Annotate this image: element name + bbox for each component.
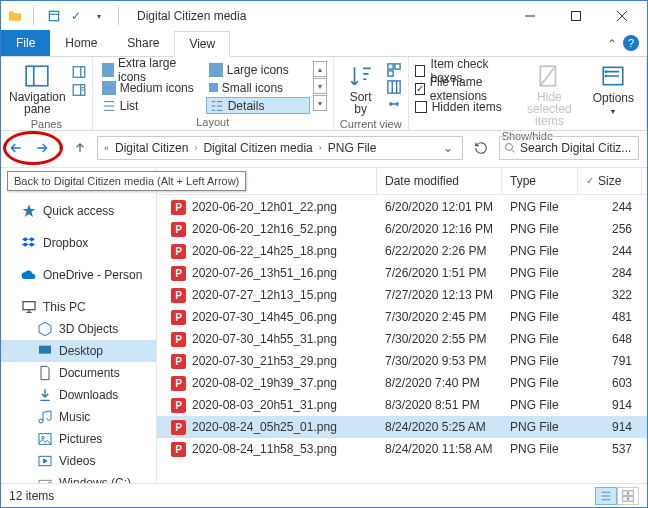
svg-rect-3: [73, 67, 85, 78]
sidebar-3d[interactable]: 3D Objects: [1, 318, 156, 340]
address-dropdown[interactable]: ⌄: [438, 141, 458, 155]
sidebar-onedrive[interactable]: OneDrive - Person: [1, 264, 156, 286]
file-row[interactable]: P2020-08-24_05h25_01.png 8/24/2020 5:25 …: [157, 416, 647, 438]
file-row[interactable]: P2020-06-20_12h01_22.png 6/20/2020 12:01…: [157, 196, 647, 218]
details-pane-icon[interactable]: [72, 83, 86, 97]
col-type[interactable]: Type: [502, 167, 578, 194]
add-columns-icon[interactable]: [386, 80, 402, 94]
tab-share[interactable]: Share: [112, 30, 174, 56]
check-hidden[interactable]: Hidden items: [415, 98, 513, 115]
file-row[interactable]: P2020-08-02_19h39_37.png 8/2/2020 7:40 P…: [157, 372, 647, 394]
sidebar-this-pc[interactable]: This PC: [1, 296, 156, 318]
file-size: 322: [578, 288, 642, 302]
sort-by-button[interactable]: Sortby: [340, 61, 382, 117]
file-list[interactable]: P2020-06-20_12h01_22.png 6/20/2020 12:01…: [157, 196, 647, 460]
layout-small[interactable]: Small icons: [206, 79, 310, 96]
group-by-icon[interactable]: [386, 63, 402, 77]
up-button[interactable]: [69, 137, 91, 159]
file-size: 603: [578, 376, 642, 390]
desktop-icon: [37, 343, 53, 359]
file-row[interactable]: P2020-06-20_12h16_52.png 6/20/2020 12:16…: [157, 218, 647, 240]
forward-button[interactable]: [31, 137, 53, 159]
search-placeholder: Search Digital Citiz...: [520, 141, 631, 155]
crumb-0[interactable]: Digital Citizen: [111, 141, 192, 155]
address-bar[interactable]: « Digital Citizen› Digital Citizen media…: [97, 136, 463, 160]
collapse-ribbon-icon[interactable]: ⌃: [607, 37, 617, 51]
help-icon[interactable]: ?: [623, 35, 639, 51]
music-icon: [37, 409, 53, 425]
file-row[interactable]: P2020-07-30_14h45_06.png 7/30/2020 2:45 …: [157, 306, 647, 328]
svg-point-17: [42, 436, 45, 439]
col-date[interactable]: Date modified: [377, 167, 502, 194]
sidebar-dropbox[interactable]: Dropbox: [1, 232, 156, 254]
png-icon: P: [171, 288, 186, 303]
file-row[interactable]: P2020-07-26_13h51_16.png 7/26/2020 1:51 …: [157, 262, 647, 284]
sidebar-pictures[interactable]: Pictures: [1, 428, 156, 450]
sidebar-windows-c[interactable]: Windows (C:): [1, 472, 156, 483]
file-row[interactable]: P2020-08-03_20h51_31.png 8/3/2020 8:51 P…: [157, 394, 647, 416]
qat-new-folder-icon[interactable]: ✓: [66, 6, 86, 26]
file-name: 2020-06-20_12h01_22.png: [192, 200, 337, 214]
search-input[interactable]: Search Digital Citiz...: [499, 136, 639, 160]
file-size: 914: [578, 398, 642, 412]
file-row[interactable]: P2020-06-22_14h25_18.png 6/22/2020 2:26 …: [157, 240, 647, 262]
file-date: 6/22/2020 2:26 PM: [377, 244, 502, 258]
file-name: 2020-07-30_14h55_31.png: [192, 332, 337, 346]
layout-list[interactable]: List: [99, 97, 203, 114]
file-row[interactable]: P2020-07-30_21h53_29.png 7/30/2020 9:53 …: [157, 350, 647, 372]
png-icon: P: [171, 244, 186, 259]
view-details-toggle[interactable]: [595, 487, 617, 505]
close-button[interactable]: [599, 1, 645, 31]
navigation-pane-button[interactable]: Navigationpane: [7, 61, 68, 117]
history-dropdown[interactable]: ▾: [57, 144, 65, 153]
col-size[interactable]: ✓Size: [578, 167, 642, 194]
file-date: 7/26/2020 1:51 PM: [377, 266, 502, 280]
crumb-2[interactable]: PNG File: [324, 141, 381, 155]
file-date: 8/3/2020 8:51 PM: [377, 398, 502, 412]
layout-details[interactable]: Details: [206, 97, 310, 114]
file-row[interactable]: P2020-07-30_14h55_31.png 7/30/2020 2:55 …: [157, 328, 647, 350]
file-type: PNG File: [502, 288, 578, 302]
file-type: PNG File: [502, 200, 578, 214]
file-row[interactable]: P2020-08-24_11h58_53.png 8/24/2020 11:58…: [157, 438, 647, 460]
sidebar-quick-access[interactable]: Quick access: [1, 200, 156, 222]
size-columns-icon[interactable]: [386, 97, 402, 111]
nav-pane-label: Navigationpane: [9, 91, 66, 115]
file-row[interactable]: P2020-07-27_12h13_15.png 7/27/2020 12:13…: [157, 284, 647, 306]
file-date: 7/30/2020 2:45 PM: [377, 310, 502, 324]
maximize-button[interactable]: [553, 1, 599, 31]
tab-home[interactable]: Home: [50, 30, 112, 56]
hide-selected-button[interactable]: Hide selecteditems: [516, 61, 582, 129]
navigation-tree[interactable]: Quick access Dropbox OneDrive - Person T…: [1, 168, 157, 483]
sidebar-desktop[interactable]: Desktop: [1, 340, 156, 362]
sidebar-music[interactable]: Music: [1, 406, 156, 428]
layout-more[interactable]: ▴▾▾: [313, 61, 327, 111]
file-size: 244: [578, 200, 642, 214]
qat-properties-icon[interactable]: [44, 6, 64, 26]
options-button[interactable]: Options ▾: [587, 61, 640, 118]
qat-dropdown-icon[interactable]: [88, 6, 108, 26]
file-name: 2020-08-03_20h51_31.png: [192, 398, 337, 412]
png-icon: P: [171, 376, 186, 391]
sidebar-documents[interactable]: Documents: [1, 362, 156, 384]
sidebar-downloads[interactable]: Downloads: [1, 384, 156, 406]
tab-view[interactable]: View: [174, 31, 230, 57]
file-date: 6/20/2020 12:16 PM: [377, 222, 502, 236]
preview-pane-icon[interactable]: [72, 65, 86, 79]
layout-large[interactable]: Large icons: [206, 61, 310, 78]
sidebar-videos[interactable]: Videos: [1, 450, 156, 472]
crumb-1[interactable]: Digital Citizen media: [199, 141, 316, 155]
minimize-button[interactable]: [507, 1, 553, 31]
back-button[interactable]: [5, 137, 27, 159]
layout-medium[interactable]: Medium icons: [99, 79, 203, 96]
png-icon: P: [171, 310, 186, 325]
check-file-ext[interactable]: ✓File name extensions: [415, 80, 513, 97]
svg-rect-22: [629, 490, 634, 495]
star-icon: [21, 203, 37, 219]
refresh-button[interactable]: [467, 136, 495, 160]
png-icon: P: [171, 420, 186, 435]
view-large-toggle[interactable]: [617, 487, 639, 505]
svg-rect-7: [388, 71, 393, 76]
tab-file[interactable]: File: [1, 30, 50, 56]
layout-extra-large[interactable]: Extra large icons: [99, 61, 203, 78]
